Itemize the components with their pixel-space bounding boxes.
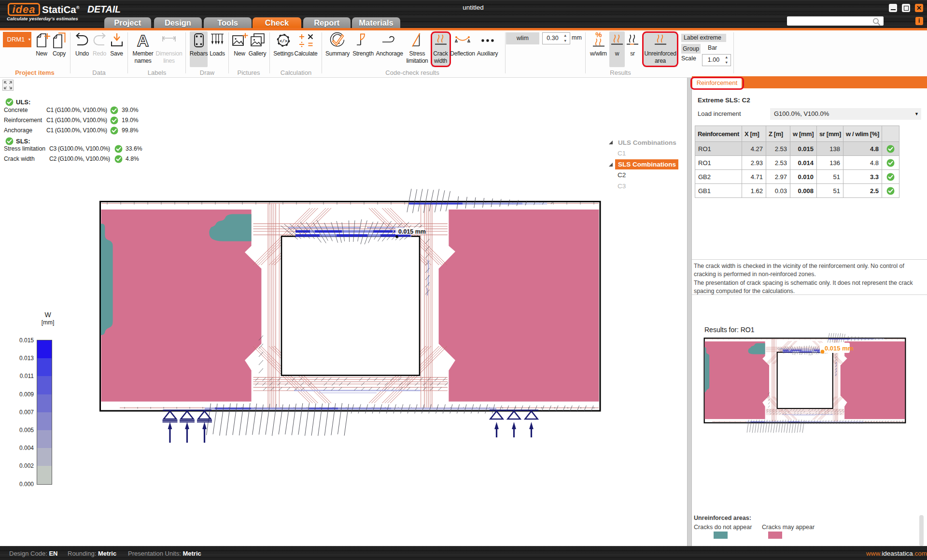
svg-text:%: %	[595, 32, 602, 39]
svg-text:A: A	[137, 32, 149, 49]
svg-text:0.015 mm: 0.015 mm	[398, 228, 426, 235]
svg-text:</>: </>	[280, 39, 287, 44]
svg-text:0.015 mm: 0.015 mm	[825, 345, 853, 352]
